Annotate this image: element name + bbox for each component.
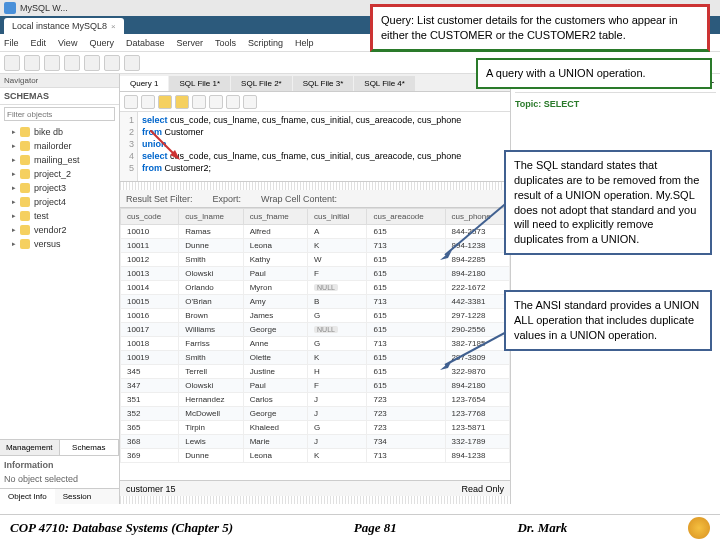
menu-query[interactable]: Query xyxy=(89,38,114,48)
cell[interactable]: G xyxy=(308,309,367,323)
table-row[interactable]: 10010RamasAlfredA615844-2573 xyxy=(121,225,510,239)
table-row[interactable]: 10017WilliamsGeorgeNULL615290-2556 xyxy=(121,323,510,337)
qtool-5[interactable] xyxy=(192,95,206,109)
cell[interactable]: Orlando xyxy=(179,281,243,295)
table-row[interactable]: 10011DunneLeonaK713894-1238 xyxy=(121,239,510,253)
menu-edit[interactable]: Edit xyxy=(31,38,47,48)
sql-editor[interactable]: 12345 select cus_code, cus_lname, cus_fn… xyxy=(120,112,510,182)
schema-item[interactable]: bike db xyxy=(0,125,119,139)
cell[interactable]: Justine xyxy=(243,365,307,379)
cell[interactable]: James xyxy=(243,309,307,323)
tool-new[interactable] xyxy=(4,55,20,71)
cell[interactable]: 345 xyxy=(121,365,179,379)
cell[interactable]: 10011 xyxy=(121,239,179,253)
qtool-1[interactable] xyxy=(124,95,138,109)
cell[interactable]: 10016 xyxy=(121,309,179,323)
tab-object-info[interactable]: Object Info xyxy=(0,489,55,504)
table-row[interactable]: 352McDowellGeorgeJ723123-7768 xyxy=(121,407,510,421)
cell[interactable]: 352 xyxy=(121,407,179,421)
close-icon[interactable]: × xyxy=(111,22,116,31)
cell[interactable]: Paul xyxy=(243,267,307,281)
cell[interactable]: K xyxy=(308,449,367,463)
cell[interactable]: 615 xyxy=(367,323,445,337)
cell[interactable]: Williams xyxy=(179,323,243,337)
cell[interactable]: Olowski xyxy=(179,267,243,281)
cell[interactable]: 894-1238 xyxy=(445,449,509,463)
table-row[interactable]: 10019SmithOletteK615297-3809 xyxy=(121,351,510,365)
cell[interactable]: 713 xyxy=(367,337,445,351)
table-row[interactable]: 10018FarrissAnneG713382-7185 xyxy=(121,337,510,351)
cell[interactable]: 615 xyxy=(367,267,445,281)
menu-scripting[interactable]: Scripting xyxy=(248,38,283,48)
cell[interactable]: 10018 xyxy=(121,337,179,351)
cell[interactable]: 290-2556 xyxy=(445,323,509,337)
cell[interactable]: F xyxy=(308,379,367,393)
tab-schemas[interactable]: Schemas xyxy=(60,440,120,455)
cell[interactable]: Myron xyxy=(243,281,307,295)
cell[interactable]: Marie xyxy=(243,435,307,449)
cell[interactable]: 713 xyxy=(367,449,445,463)
cell[interactable]: 734 xyxy=(367,435,445,449)
cell[interactable]: 615 xyxy=(367,225,445,239)
cell[interactable]: 10013 xyxy=(121,267,179,281)
cell[interactable]: Alfred xyxy=(243,225,307,239)
cell[interactable]: Leona xyxy=(243,449,307,463)
schema-item[interactable]: mailing_est xyxy=(0,153,119,167)
cell[interactable]: Smith xyxy=(179,351,243,365)
cell[interactable]: J xyxy=(308,435,367,449)
cell[interactable]: 615 xyxy=(367,309,445,323)
cell[interactable]: 322-9870 xyxy=(445,365,509,379)
cell[interactable]: 894-2285 xyxy=(445,253,509,267)
cell[interactable]: O'Brian xyxy=(179,295,243,309)
cell[interactable]: G xyxy=(308,421,367,435)
cell[interactable]: 347 xyxy=(121,379,179,393)
cell[interactable]: 894-2180 xyxy=(445,379,509,393)
cell[interactable]: 123-7768 xyxy=(445,407,509,421)
cell[interactable]: 297-1228 xyxy=(445,309,509,323)
cell[interactable]: J xyxy=(308,393,367,407)
tool-open[interactable] xyxy=(24,55,40,71)
execute-icon[interactable] xyxy=(158,95,172,109)
execute-step-icon[interactable] xyxy=(175,95,189,109)
cell[interactable]: 615 xyxy=(367,253,445,267)
cell[interactable]: K xyxy=(308,351,367,365)
query-tab-4[interactable]: SQL File 3* xyxy=(293,76,354,91)
cell[interactable]: 365 xyxy=(121,421,179,435)
cell[interactable]: Brown xyxy=(179,309,243,323)
cell[interactable]: 844-2573 xyxy=(445,225,509,239)
cell[interactable]: NULL xyxy=(308,281,367,295)
cell[interactable]: 615 xyxy=(367,379,445,393)
query-tab-5[interactable]: SQL File 4* xyxy=(354,76,415,91)
cell[interactable]: Dunne xyxy=(179,449,243,463)
query-tab-3[interactable]: SQL File 2* xyxy=(231,76,292,91)
menu-tools[interactable]: Tools xyxy=(215,38,236,48)
cell[interactable]: A xyxy=(308,225,367,239)
schema-item[interactable]: vendor2 xyxy=(0,223,119,237)
table-row[interactable]: 10016BrownJamesG615297-1228 xyxy=(121,309,510,323)
cell[interactable]: 723 xyxy=(367,407,445,421)
tool-7[interactable] xyxy=(124,55,140,71)
cell[interactable]: Anne xyxy=(243,337,307,351)
query-tab-1[interactable]: Query 1 xyxy=(120,76,168,91)
schema-item[interactable]: test xyxy=(0,209,119,223)
connection-tab[interactable]: Local instance MySQL8 × xyxy=(4,18,124,34)
table-row[interactable]: 368LewisMarieJ734332-1789 xyxy=(121,435,510,449)
schema-item[interactable]: project3 xyxy=(0,181,119,195)
cell[interactable]: 369 xyxy=(121,449,179,463)
cell[interactable]: 382-7185 xyxy=(445,337,509,351)
cell[interactable]: 723 xyxy=(367,421,445,435)
cell[interactable]: 713 xyxy=(367,239,445,253)
cell[interactable]: 615 xyxy=(367,365,445,379)
table-row[interactable]: 10014OrlandoMyronNULL615222-1672 xyxy=(121,281,510,295)
cell[interactable]: George xyxy=(243,407,307,421)
table-row[interactable]: 369DunneLeonaK713894-1238 xyxy=(121,449,510,463)
cell[interactable]: George xyxy=(243,323,307,337)
cell[interactable]: Leona xyxy=(243,239,307,253)
schema-item[interactable]: mailorder xyxy=(0,139,119,153)
cell[interactable]: 123-5871 xyxy=(445,421,509,435)
tab-session[interactable]: Session xyxy=(55,489,99,504)
cell[interactable]: G xyxy=(308,337,367,351)
cell[interactable]: 615 xyxy=(367,281,445,295)
cell[interactable]: Farriss xyxy=(179,337,243,351)
cell[interactable]: Tirpin xyxy=(179,421,243,435)
